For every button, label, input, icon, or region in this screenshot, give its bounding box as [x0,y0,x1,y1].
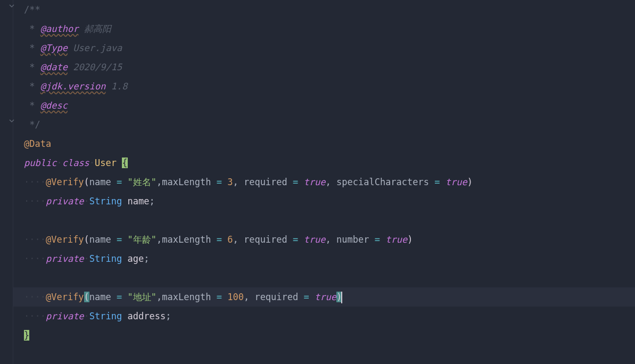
code-line[interactable]: * @desc [13,96,635,115]
number-value: 6 [227,234,233,245]
operator-eq: = [304,292,309,302]
comma: , [156,292,162,302]
brace-open: { [122,158,127,168]
semicolon: ; [166,311,171,321]
keyword-private: private [46,253,84,264]
bool-true: true [446,177,467,187]
field-address: address [128,311,166,321]
comma: , [233,234,238,245]
code-line[interactable]: */ [13,115,635,134]
code-line[interactable]: /** [13,0,635,19]
javadoc-type-tag: @Type [40,43,68,53]
bool-true: true [304,234,326,245]
code-line-blank[interactable] [13,211,635,230]
code-line[interactable]: ····private·String address; [13,307,635,326]
operator-eq: = [117,234,122,245]
paren-close: ) [407,234,413,245]
string-value: "地址" [128,292,156,302]
param-required: required [244,177,287,187]
code-line[interactable]: @Data [13,134,635,153]
type-string: String [89,253,122,264]
whitespace: ···· [24,177,46,187]
param-required: required [254,292,298,302]
code-line[interactable]: ····@Verify(name = "年龄",maxLength = 6, r… [13,230,635,249]
javadoc-star: * [24,23,40,34]
whitespace: ···· [24,253,46,264]
number-value: 100 [227,292,244,302]
annotation-verify: @Verify [46,177,84,187]
code-line[interactable]: ····@Verify(name = "姓名",maxLength = 3, r… [13,172,635,192]
code-line[interactable]: ····private·String age; [13,249,635,268]
code-line-current[interactable]: ····@Verify(name = "地址",maxLength = 100,… [13,287,635,307]
param-name: name [89,177,111,187]
comma: , [244,292,249,302]
keyword-class: class [62,158,89,168]
operator-eq: = [434,177,440,187]
javadoc-star: * [24,62,40,72]
operator-eq: = [293,234,298,245]
comma: , [156,177,162,187]
annotation-verify: @Verify [46,234,84,245]
gutter [0,0,13,364]
operator-eq: = [217,292,222,302]
javadoc-author-tag: @author [40,23,79,34]
keyword-private: private [46,311,84,321]
param-number: number [336,234,369,245]
comma: , [156,234,162,245]
code-line[interactable]: * @jdk.version 1.8 [13,77,635,96]
javadoc-date-tag: @date [40,62,68,72]
whitespace: · [84,311,89,321]
param-maxlength: maxLength [162,177,211,187]
operator-eq: = [217,177,222,187]
operator-eq: = [375,234,380,245]
javadoc-desc-tag: @desc [40,100,68,111]
keyword-private: private [46,196,84,206]
javadoc-close: */ [24,119,40,130]
whitespace: · [89,158,95,168]
string-value: "姓名" [128,177,156,187]
class-name: User [95,158,117,168]
code-editor[interactable]: /** * @author 郝高阳 * @Type User.java * @d… [13,0,635,345]
paren-open: ( [84,234,89,245]
bool-true: true [315,292,336,302]
javadoc-open: /** [24,4,40,15]
code-line[interactable]: * @Type User.java [13,38,635,57]
type-string: String [89,196,122,206]
bool-true: true [304,177,326,187]
code-line[interactable]: } [13,326,635,345]
code-line[interactable]: ····private·String name; [13,192,635,211]
paren-close: ) [467,177,473,187]
keyword-public: public [24,158,56,168]
number-value: 3 [227,177,233,187]
operator-eq: = [293,177,298,187]
semicolon: ; [144,253,149,264]
text-cursor [341,292,342,303]
operator-eq: = [217,234,222,245]
param-name: name [89,292,111,302]
bool-true: true [385,234,407,245]
javadoc-jdk-value: 1.8 [106,81,128,92]
javadoc-date-value: 2020/9/15 [68,62,122,72]
javadoc-type-value: User.java [68,43,122,53]
annotation-data: @Data [24,138,51,149]
code-line[interactable]: * @author 郝高阳 [13,19,635,38]
code-line-blank[interactable] [13,268,635,287]
javadoc-jdk-tag: @jdk.version [40,81,106,92]
code-line[interactable]: * @date 2020/9/15 [13,57,635,77]
field-age: age [128,253,144,264]
param-name: name [89,234,111,245]
whitespace: ···· [24,292,46,302]
whitespace: ···· [24,196,46,206]
javadoc-star: * [24,100,40,111]
type-string: String [89,311,122,321]
semicolon: ; [149,196,154,206]
operator-eq: = [117,177,122,187]
param-specialchars: specialCharacters [336,177,429,187]
javadoc-author-value: 郝高阳 [78,23,111,34]
javadoc-star: * [24,43,40,53]
comma: , [326,234,331,245]
param-required: required [244,234,287,245]
code-line[interactable]: public·class·User { [13,153,635,172]
paren-open-matched: ( [84,292,89,302]
paren-open: ( [84,177,89,187]
